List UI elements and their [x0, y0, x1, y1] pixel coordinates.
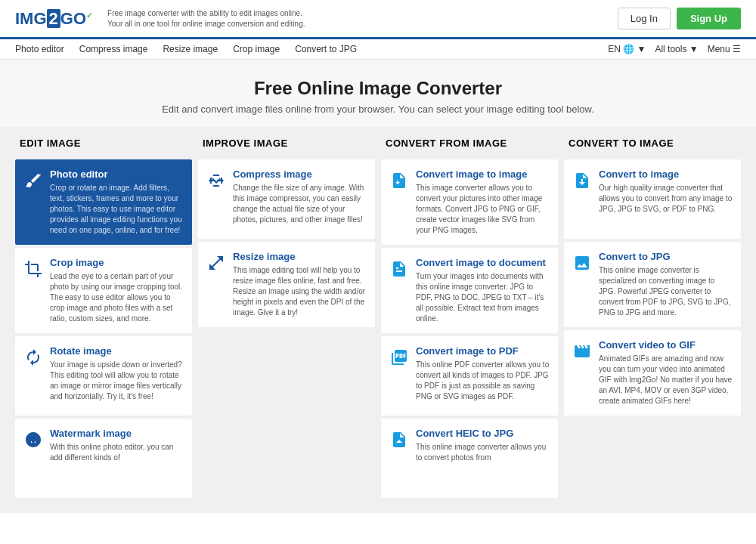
convert-to-header: CONVERT TO IMAGE — [561, 127, 744, 156]
card-convert-img-to-pdf[interactable]: Convert image to PDF This online PDF con… — [381, 336, 558, 416]
crop-image-desc: Lead the eye to a certain part of your p… — [50, 271, 184, 324]
card-photo-editor[interactable]: Photo editor Crop or rotate an image. Ad… — [15, 159, 192, 245]
convert-img-to-img-body: Convert image to image This image conver… — [416, 168, 550, 236]
convert-pdf-icon — [389, 347, 410, 368]
convert-img-to-img-desc: This image converter allows you to conve… — [416, 183, 550, 236]
logo-text: IMG2GO✓ — [15, 9, 92, 29]
convert-img-to-pdf-title: Convert image to PDF — [416, 345, 550, 357]
photo-editor-body: Photo editor Crop or rotate an image. Ad… — [50, 168, 184, 236]
compress-image-desc: Change the file size of any image. With … — [233, 183, 367, 225]
convert-to-jpg-icon — [572, 252, 593, 274]
hero-section: Free Online Image Converter Edit and con… — [0, 60, 756, 127]
nav-right: EN 🌐 ▼ All tools ▼ Menu ☰ — [608, 44, 741, 54]
watermark-icon — [23, 429, 44, 450]
login-button[interactable]: Log In — [618, 8, 671, 29]
card-resize-image[interactable]: Resize image This image editing tool wil… — [198, 242, 375, 327]
convert-to-image-title: Convert to image — [599, 168, 733, 180]
resize-icon — [206, 252, 227, 274]
rotate-image-desc: Your image is upside down or inverted? T… — [50, 360, 184, 402]
resize-image-body: Resize image This image editing tool wil… — [233, 251, 367, 318]
photo-editor-desc: Crop or rotate an image. Add filters, te… — [50, 183, 184, 236]
compress-image-title: Compress image — [233, 168, 367, 180]
nav-compress-image[interactable]: Compress image — [79, 44, 148, 54]
main-content: EDIT IMAGE IMPROVE IMAGE CONVERT FROM IM… — [0, 127, 756, 513]
convert-from-header: CONVERT FROM IMAGE — [378, 127, 561, 156]
convert-to-column: Convert to image Our high quality image … — [561, 156, 744, 501]
crop-image-title: Crop image — [50, 257, 184, 268]
hero-subtitle: Edit and convert image files online from… — [15, 104, 741, 115]
watermark-image-desc: With this online photo editor, you can a… — [50, 442, 184, 463]
convert-img-to-pdf-desc: This online PDF converter allows you to … — [416, 360, 550, 402]
hamburger-menu[interactable]: Menu ☰ — [708, 44, 741, 54]
convert-video-icon — [572, 341, 593, 362]
language-selector[interactable]: EN 🌐 ▼ — [608, 44, 646, 54]
convert-img-to-doc-body: Convert image to document Turn your imag… — [416, 257, 550, 324]
nav-photo-editor[interactable]: Photo editor — [15, 44, 64, 54]
convert-video-to-gif-body: Convert video to GIF Animated GIFs are a… — [599, 339, 733, 406]
convert-to-jpg-desc: This online image converter is specializ… — [599, 265, 733, 318]
crop-image-body: Crop image Lead the eye to a certain par… — [50, 257, 184, 324]
photo-editor-title: Photo editor — [50, 168, 184, 180]
convert-video-to-gif-title: Convert video to GIF — [599, 339, 733, 351]
logo: IMG2GO✓ — [15, 9, 92, 29]
card-convert-to-jpg[interactable]: Convert to JPG This online image convert… — [564, 242, 741, 327]
compress-image-body: Compress image Change the file size of a… — [233, 168, 367, 225]
hero-title: Free Online Image Converter — [15, 78, 741, 99]
card-crop-image[interactable]: Crop image Lead the eye to a certain par… — [15, 248, 192, 333]
convert-heic-title: Convert HEIC to JPG — [416, 428, 550, 439]
cards-grid: Photo editor Crop or rotate an image. Ad… — [12, 156, 744, 501]
improve-image-header: IMPROVE IMAGE — [195, 127, 378, 156]
edit-image-column: Photo editor Crop or rotate an image. Ad… — [12, 156, 195, 501]
card-compress-image[interactable]: Compress image Change the file size of a… — [198, 159, 375, 239]
convert-heic-icon — [389, 429, 410, 450]
card-convert-heic-to-jpg[interactable]: Convert HEIC to JPG This online image co… — [381, 419, 558, 498]
crop-icon — [23, 258, 44, 280]
nav-crop-image[interactable]: Crop image — [233, 44, 280, 54]
header: IMG2GO✓ Free image converter with the ab… — [0, 0, 756, 39]
compress-icon — [206, 170, 227, 191]
convert-to-jpg-body: Convert to JPG This online image convert… — [599, 251, 733, 318]
edit-image-header: EDIT IMAGE — [12, 127, 195, 156]
convert-img-to-img-title: Convert image to image — [416, 168, 550, 180]
convert-img-to-doc-title: Convert image to document — [416, 257, 550, 268]
nav-bar: Photo editor Compress image Resize image… — [0, 39, 756, 60]
convert-to-img-icon — [572, 170, 593, 191]
card-convert-video-to-gif[interactable]: Convert video to GIF Animated GIFs are a… — [564, 330, 741, 416]
column-headers: EDIT IMAGE IMPROVE IMAGE CONVERT FROM IM… — [12, 127, 744, 156]
convert-from-column: Convert image to image This image conver… — [378, 156, 561, 501]
card-convert-to-image[interactable]: Convert to image Our high quality image … — [564, 159, 741, 239]
all-tools-menu[interactable]: All tools ▼ — [655, 44, 698, 54]
logo-tagline: Free image converter with the ability to… — [107, 8, 305, 29]
convert-img-to-doc-desc: Turn your images into documents with thi… — [416, 271, 550, 324]
signup-button[interactable]: Sign Up — [677, 8, 741, 29]
watermark-image-body: Watermark image With this online photo e… — [50, 428, 184, 463]
convert-heic-body: Convert HEIC to JPG This online image co… — [416, 428, 550, 463]
card-rotate-image[interactable]: Rotate image Your image is upside down o… — [15, 336, 192, 416]
watermark-image-title: Watermark image — [50, 428, 184, 439]
rotate-image-title: Rotate image — [50, 345, 184, 357]
nav-resize-image[interactable]: Resize image — [163, 44, 218, 54]
convert-to-image-body: Convert to image Our high quality image … — [599, 168, 733, 215]
card-convert-img-to-img[interactable]: Convert image to image This image conver… — [381, 159, 558, 245]
brush-icon — [23, 170, 44, 191]
rotate-image-body: Rotate image Your image is upside down o… — [50, 345, 184, 402]
convert-doc-icon — [389, 258, 410, 280]
nav-links: Photo editor Compress image Resize image… — [15, 44, 357, 54]
convert-to-jpg-title: Convert to JPG — [599, 251, 733, 262]
convert-img-icon — [389, 170, 410, 191]
rotate-icon — [23, 347, 44, 368]
resize-image-desc: This image editing tool will help you to… — [233, 265, 367, 318]
convert-to-image-desc: Our high quality image converter that al… — [599, 183, 733, 215]
card-convert-img-to-doc[interactable]: Convert image to document Turn your imag… — [381, 248, 558, 333]
resize-image-title: Resize image — [233, 251, 367, 262]
convert-img-to-pdf-body: Convert image to PDF This online PDF con… — [416, 345, 550, 402]
header-actions: Log In Sign Up — [618, 8, 741, 29]
convert-video-to-gif-desc: Animated GIFs are amazing and now you ca… — [599, 354, 733, 406]
improve-image-column: Compress image Change the file size of a… — [195, 156, 378, 501]
nav-convert-jpg[interactable]: Convert to JPG — [295, 44, 357, 54]
card-watermark-image[interactable]: Watermark image With this online photo e… — [15, 419, 192, 498]
convert-heic-desc: This online image converter allows you t… — [416, 442, 550, 463]
